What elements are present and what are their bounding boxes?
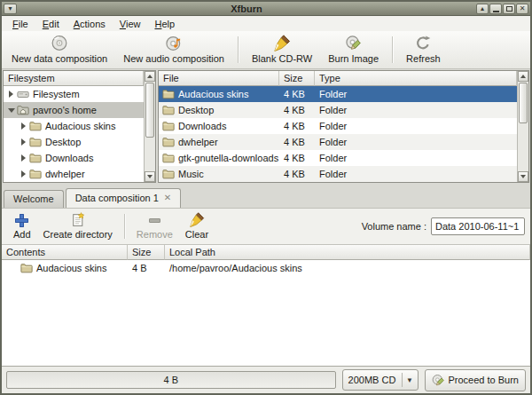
filesystem-scrollbar[interactable]: [144, 71, 155, 182]
close-button[interactable]: ✕: [516, 4, 528, 14]
expander-icon[interactable]: [19, 170, 28, 178]
file-row[interactable]: dwhelper 4 KB Folder: [159, 134, 517, 150]
main-toolbar: New data composition New audio compositi…: [2, 31, 530, 69]
shade-button[interactable]: ▴: [476, 4, 489, 14]
tree-item-downloads[interactable]: Downloads: [4, 150, 144, 166]
audio-disc-icon: [164, 35, 184, 51]
disc-size-combobox[interactable]: 200MB CD ▼: [342, 369, 419, 391]
toolbar-separator: [124, 214, 125, 239]
file-row[interactable]: Audacious skins 4 KB Folder: [159, 86, 517, 102]
volume-name-label: Volume name :: [362, 221, 426, 232]
maximize-icon: [506, 6, 512, 12]
column-header-file[interactable]: File: [159, 71, 279, 86]
clear-brush-icon: [189, 212, 205, 227]
folder-icon: [20, 262, 33, 274]
folder-icon: [162, 120, 175, 132]
expander-icon[interactable]: [19, 138, 28, 146]
tree-item-dwhelper[interactable]: dwhelper: [4, 166, 144, 182]
titlebar[interactable]: ▾ Xfburn ▴ ✕: [2, 2, 530, 16]
window-title: Xfburn: [17, 4, 476, 14]
data-disc-icon: [50, 35, 69, 51]
filesystem-tree: Filesystem pavroo's home Audacious skins: [4, 86, 144, 182]
composition-toolbar: Add Create directory Remove Clear Volume…: [2, 208, 530, 245]
file-list: Audacious skins 4 KB Folder Desktop 4 KB…: [159, 86, 517, 182]
column-header-local-path[interactable]: Local Path: [165, 245, 530, 260]
remove-minus-icon: [149, 218, 160, 223]
toolbar-separator: [392, 36, 393, 63]
file-row[interactable]: Desktop 4 KB Folder: [159, 102, 517, 118]
shade-icon: ▴: [481, 5, 484, 12]
disc-pencil-icon: [344, 35, 364, 51]
file-list-scrollbar[interactable]: [517, 71, 528, 182]
new-directory-icon: [70, 212, 86, 227]
filesystem-column-header[interactable]: Filesystem: [4, 71, 144, 86]
brush-icon: [272, 35, 292, 51]
scrollbar-thumb[interactable]: [145, 83, 154, 138]
folder-icon: [162, 104, 175, 116]
chevron-down-icon: ▼: [403, 376, 418, 384]
new-audio-composition-button[interactable]: New audio composition: [115, 33, 232, 67]
menu-view[interactable]: View: [113, 18, 148, 30]
tab-welcome[interactable]: Welcome: [4, 190, 64, 208]
file-list-pane: File Size Type Audacious skins 4 KB Fold…: [158, 70, 529, 183]
window-menu-button[interactable]: ▾: [4, 4, 17, 14]
scroll-down-icon[interactable]: [518, 171, 528, 182]
tree-item-desktop[interactable]: Desktop: [4, 134, 144, 150]
contents-row[interactable]: Audacious skins 4 B /home/pavroo/Audacio…: [2, 260, 530, 275]
window-menu-icon: ▾: [8, 5, 12, 12]
blank-cdrw-button[interactable]: Blank CD-RW: [244, 33, 320, 67]
burn-image-button[interactable]: Burn Image: [320, 33, 387, 67]
column-header-contents[interactable]: Contents: [2, 245, 128, 260]
volume-name-input[interactable]: [431, 217, 525, 235]
file-row[interactable]: Music 4 KB Folder: [159, 166, 517, 182]
refresh-icon: [413, 35, 433, 51]
maximize-button[interactable]: [503, 4, 515, 14]
column-header-type[interactable]: Type: [315, 71, 517, 86]
expander-icon[interactable]: [6, 91, 16, 98]
add-button[interactable]: Add: [7, 210, 37, 242]
clear-button[interactable]: Clear: [179, 210, 215, 242]
remove-button[interactable]: Remove: [130, 210, 179, 242]
new-data-composition-button[interactable]: New data composition: [4, 33, 115, 67]
proceed-to-burn-button[interactable]: Proceed to Burn: [425, 369, 527, 391]
add-plus-icon: [15, 214, 28, 227]
menu-help[interactable]: Help: [147, 18, 182, 30]
scroll-down-icon[interactable]: [145, 171, 155, 182]
menu-edit[interactable]: Edit: [35, 18, 66, 30]
tab-close-icon[interactable]: ✕: [164, 194, 171, 202]
expander-icon[interactable]: [19, 154, 28, 162]
close-icon: ✕: [520, 5, 526, 12]
tree-item-filesystem[interactable]: Filesystem: [4, 86, 144, 102]
minimize-button[interactable]: [489, 4, 502, 14]
folder-icon: [29, 136, 42, 148]
toolbar-separator: [238, 36, 239, 63]
minimize-icon: [493, 11, 499, 12]
scroll-up-icon[interactable]: [145, 71, 155, 82]
menubar: File Edit Actions View Help: [2, 16, 530, 31]
scrollbar-thumb[interactable]: [519, 83, 528, 123]
home-folder-icon: [17, 104, 29, 116]
menu-file[interactable]: File: [5, 18, 35, 30]
tree-item-home[interactable]: pavroo's home: [4, 102, 144, 118]
menu-actions[interactable]: Actions: [66, 18, 113, 30]
column-header-size[interactable]: Size: [279, 71, 315, 86]
statusbar: 4 B 200MB CD ▼ Proceed to Burn: [2, 367, 530, 393]
refresh-button[interactable]: Refresh: [398, 33, 449, 67]
burn-disc-icon: [432, 374, 445, 387]
tree-item-audacious-skins[interactable]: Audacious skins: [4, 118, 144, 134]
scroll-up-icon[interactable]: [518, 71, 528, 82]
column-header-size[interactable]: Size: [128, 245, 165, 260]
tab-data-composition-1[interactable]: Data composition 1 ✕: [66, 188, 182, 208]
disc-usage-bar: 4 B: [6, 371, 336, 389]
file-row[interactable]: gtk-gnutella-downloads 4 KB Folder: [159, 150, 517, 166]
expander-icon[interactable]: [6, 108, 16, 113]
create-directory-button[interactable]: Create directory: [37, 210, 119, 242]
expander-icon[interactable]: [19, 122, 28, 130]
drive-icon: [17, 88, 29, 100]
folder-icon: [162, 152, 175, 164]
folder-icon: [162, 168, 175, 180]
file-row[interactable]: Downloads 4 KB Folder: [159, 118, 517, 134]
contents-panel: Contents Size Local Path Audacious skins…: [2, 245, 530, 367]
disc-usage-text: 4 B: [163, 375, 178, 385]
folder-icon: [29, 168, 42, 180]
